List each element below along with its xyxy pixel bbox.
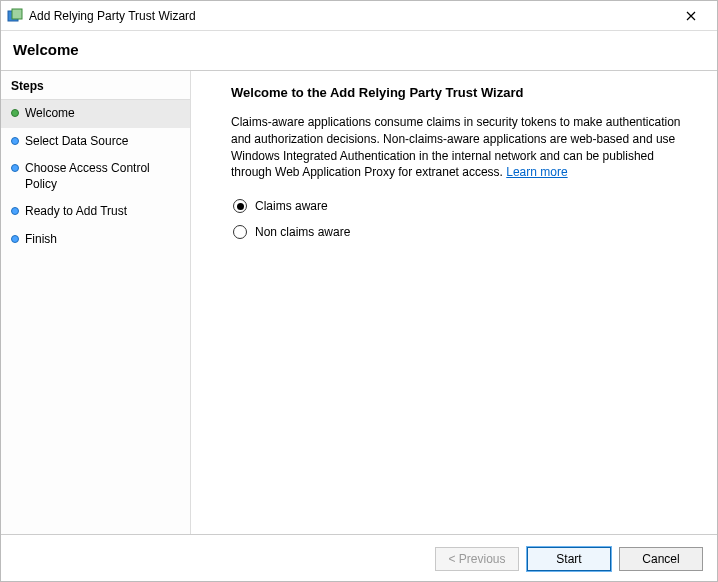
bullet-icon bbox=[11, 207, 19, 215]
page-title: Welcome bbox=[13, 41, 705, 58]
bullet-icon bbox=[11, 235, 19, 243]
radio-label: Non claims aware bbox=[255, 225, 350, 239]
previous-button: < Previous bbox=[435, 547, 519, 571]
header: Welcome bbox=[1, 31, 717, 70]
content-text: Claims-aware applications consume claims… bbox=[231, 115, 681, 179]
step-welcome[interactable]: Welcome bbox=[1, 100, 190, 128]
svg-rect-1 bbox=[12, 9, 22, 19]
start-button[interactable]: Start bbox=[527, 547, 611, 571]
content-panel: Welcome to the Add Relying Party Trust W… bbox=[191, 71, 717, 534]
footer: < Previous Start Cancel bbox=[1, 534, 717, 582]
steps-heading: Steps bbox=[1, 75, 190, 100]
titlebar: Add Relying Party Trust Wizard bbox=[1, 1, 717, 31]
step-label: Ready to Add Trust bbox=[25, 204, 127, 220]
app-icon bbox=[7, 8, 23, 24]
bullet-icon bbox=[11, 137, 19, 145]
radio-icon[interactable] bbox=[233, 225, 247, 239]
cancel-button[interactable]: Cancel bbox=[619, 547, 703, 571]
bullet-icon bbox=[11, 164, 19, 172]
bullet-icon bbox=[11, 109, 19, 117]
content-paragraph: Claims-aware applications consume claims… bbox=[231, 114, 693, 181]
close-button[interactable] bbox=[671, 2, 711, 30]
content-heading: Welcome to the Add Relying Party Trust W… bbox=[231, 85, 693, 100]
radio-icon[interactable] bbox=[233, 199, 247, 213]
step-ready-to-add-trust[interactable]: Ready to Add Trust bbox=[1, 198, 190, 226]
step-label: Welcome bbox=[25, 106, 75, 122]
step-select-data-source[interactable]: Select Data Source bbox=[1, 128, 190, 156]
step-label: Choose Access Control Policy bbox=[25, 161, 180, 192]
radio-non-claims-aware[interactable]: Non claims aware bbox=[233, 225, 693, 239]
body: Steps Welcome Select Data Source Choose … bbox=[1, 70, 717, 534]
radio-claims-aware[interactable]: Claims aware bbox=[233, 199, 693, 213]
step-label: Finish bbox=[25, 232, 57, 248]
step-choose-access-control-policy[interactable]: Choose Access Control Policy bbox=[1, 155, 190, 198]
learn-more-link[interactable]: Learn more bbox=[506, 165, 567, 179]
window-title: Add Relying Party Trust Wizard bbox=[29, 9, 671, 23]
step-finish[interactable]: Finish bbox=[1, 226, 190, 254]
steps-sidebar: Steps Welcome Select Data Source Choose … bbox=[1, 71, 191, 534]
radio-label: Claims aware bbox=[255, 199, 328, 213]
step-label: Select Data Source bbox=[25, 134, 128, 150]
